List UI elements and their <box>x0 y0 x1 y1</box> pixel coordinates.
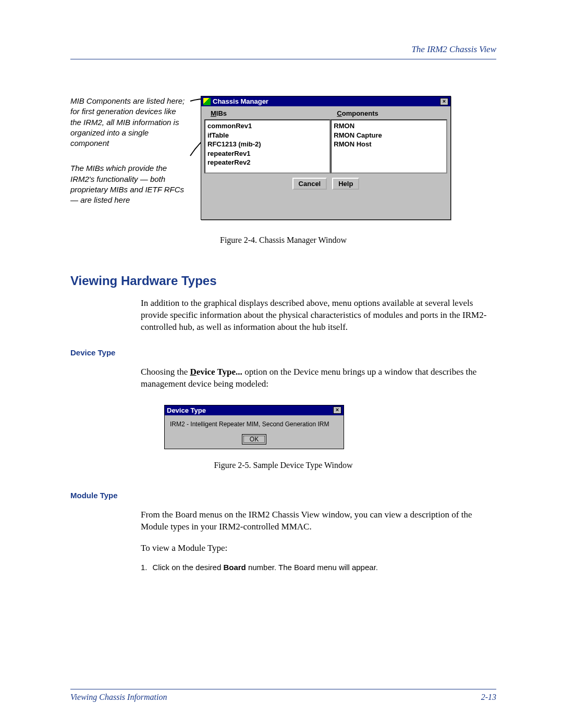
module-type-paragraph: From the Board menus on the IRM2 Chassis… <box>141 509 496 533</box>
mibs-column-header: MIBs <box>204 108 331 119</box>
components-listbox[interactable]: RMON RMON Capture RMON Host <box>331 119 447 174</box>
page-number: 2-13 <box>481 693 496 702</box>
device-type-paragraph: Choosing the Device Type... option on th… <box>141 366 496 390</box>
mibs-listbox[interactable]: commonRev1 ifTable RFC1213 (mib-2) repea… <box>204 119 331 174</box>
components-column-header: Components <box>331 108 447 119</box>
list-item[interactable]: RMON Capture <box>334 131 444 140</box>
annotation-mibs: The MIBs which provide the IRM2's functi… <box>70 163 185 205</box>
chassis-titlebar: Chassis Manager × <box>201 96 450 106</box>
page-header-title: The IRM2 Chassis View <box>70 44 496 55</box>
annotation-components: MIB Components are listed here; for firs… <box>70 96 185 149</box>
list-item[interactable]: RMON <box>334 121 444 131</box>
list-item[interactable]: ifTable <box>207 131 327 140</box>
close-icon[interactable]: × <box>440 98 448 105</box>
module-type-label: Module Type <box>70 491 496 500</box>
device-titlebar: Device Type × <box>165 405 344 415</box>
list-item[interactable]: repeaterRev1 <box>207 149 327 158</box>
figure-caption-2: Figure 2-5. Sample Device Type Window <box>70 461 496 470</box>
list-item[interactable]: RFC1213 (mib-2) <box>207 140 327 149</box>
ok-button[interactable]: OK <box>242 434 266 445</box>
figure-caption-1: Figure 2-4. Chassis Manager Window <box>70 236 496 245</box>
footer-left: Viewing Chassis Information <box>70 693 167 702</box>
footer-rule <box>70 689 496 689</box>
app-icon <box>203 98 211 105</box>
list-item[interactable]: repeaterRev2 <box>207 158 327 167</box>
list-item[interactable]: RMON Host <box>334 140 444 149</box>
intro-paragraph: In addition to the graphical displays de… <box>141 298 496 334</box>
device-window-title: Device Type <box>167 406 206 414</box>
module-type-lead: To view a Module Type: <box>141 542 496 554</box>
device-type-text: IRM2 - Intelligent Repeater MIM, Second … <box>170 421 338 428</box>
list-item[interactable]: commonRev1 <box>207 121 327 131</box>
device-type-label: Device Type <box>70 348 496 357</box>
cancel-button[interactable]: Cancel <box>292 178 327 190</box>
close-icon[interactable]: × <box>333 406 341 414</box>
section-heading: Viewing Hardware Types <box>70 274 496 288</box>
step-1: 1. Click on the desired Board number. Th… <box>141 562 496 573</box>
chassis-manager-window: Chassis Manager × MIBs commonRev1 ifTabl… <box>201 96 451 220</box>
header-rule <box>70 59 496 59</box>
chassis-title: Chassis Manager <box>213 97 268 105</box>
help-button[interactable]: Help <box>332 178 359 190</box>
device-type-window: Device Type × IRM2 - Intelligent Repeate… <box>164 405 344 449</box>
